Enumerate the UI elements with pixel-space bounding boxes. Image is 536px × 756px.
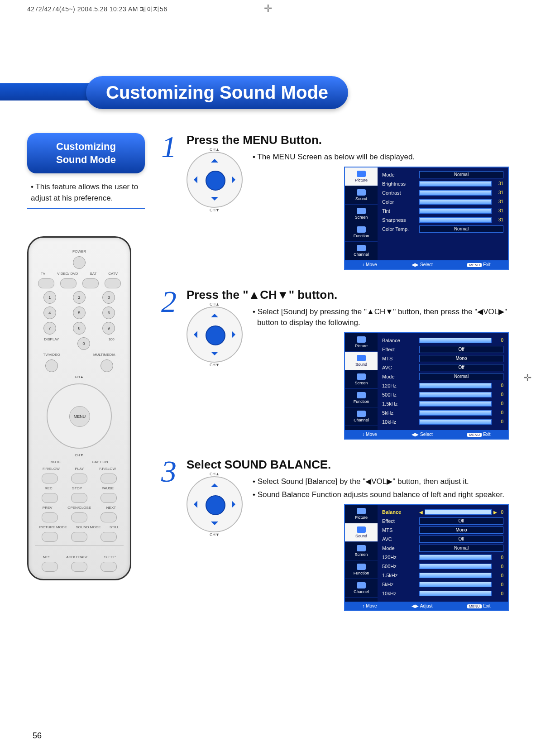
osd-row: 120Hz0 <box>382 553 503 562</box>
osd-row: Balance0 <box>382 336 503 345</box>
osd-row: MTSMono <box>382 526 503 535</box>
osd-footer: ↕ Move◀▶ SelectMENUExit <box>345 430 508 439</box>
osd-tab: Picture <box>345 167 378 186</box>
osd-row: EffectOff <box>382 517 503 526</box>
osd-menu: PictureSoundScreenFunctionChannelBalance… <box>344 504 509 611</box>
step-description: • The MENU Screen as below will be displ… <box>252 152 509 163</box>
crop-mark-top: ✛ <box>264 3 272 14</box>
osd-row: 500Hz0 <box>382 390 503 399</box>
osd-tab: Picture <box>345 333 378 352</box>
dpad-icon: CH▲CH▼ <box>187 306 243 363</box>
osd-row: 5kHz0 <box>382 408 503 417</box>
step-number: 1 <box>158 133 179 270</box>
osd-row: Color Temp.Normal <box>382 225 503 234</box>
osd-row: AVCOff <box>382 535 503 544</box>
osd-tab: Screen <box>345 205 378 223</box>
osd-row: 1.5kHz0 <box>382 399 503 408</box>
page-number: 56 <box>33 731 42 741</box>
osd-footer: ↕ Move◀▶ SelectMENUExit <box>345 260 508 269</box>
instruction-step: 2Press the "▲CH▼" button.CH▲CH▼• Select … <box>158 288 509 440</box>
osd-tab: Channel <box>345 579 378 598</box>
remote-illustration: POWER TV VIDEO/ DVD SAT CATV 123 456 789… <box>27 236 131 580</box>
osd-tab: Channel <box>345 242 378 260</box>
osd-row: EffectOff <box>382 345 503 354</box>
osd-tab: Function <box>345 223 378 242</box>
osd-row: 500Hz0 <box>382 562 503 571</box>
remote-dpad: MENU <box>47 383 112 449</box>
osd-tab: Channel <box>345 407 378 426</box>
osd-tab: Function <box>345 389 378 407</box>
page-title: Customizing Sound Mode <box>86 76 348 109</box>
osd-tab: Sound <box>345 523 378 542</box>
osd-tab: Sound <box>345 352 378 370</box>
osd-tab: Screen <box>345 542 378 560</box>
menu-button-icon: MENU <box>69 406 90 427</box>
step-title: Press the MENU Button. <box>187 133 509 147</box>
osd-row: 10kHz0 <box>382 589 503 598</box>
osd-row: Contrast31 <box>382 188 503 197</box>
osd-row: ModeNormal <box>382 170 503 179</box>
osd-row: 5kHz0 <box>382 580 503 589</box>
power-button-icon <box>73 256 86 269</box>
osd-row: AVCOff <box>382 363 503 372</box>
osd-row: 1.5kHz0 <box>382 571 503 580</box>
osd-row: ModeNormal <box>382 372 503 381</box>
title-banner: Customizing Sound Mode <box>27 70 509 110</box>
osd-row: 120Hz0 <box>382 381 503 390</box>
osd-row: Balance◀▶0 <box>382 507 503 517</box>
instruction-step: 3Select SOUND BALANCE.CH▲CH▼• Select Sou… <box>158 458 509 611</box>
sidebar-note: • This feature allows the user to adjust… <box>27 182 145 209</box>
step-number: 3 <box>158 458 179 611</box>
dpad-icon: CH▲CH▼ <box>187 152 243 208</box>
step-title: Press the "▲CH▼" button. <box>187 288 509 302</box>
osd-footer: ↕ Move◀▶ AdjustMENUExit <box>345 602 508 610</box>
step-description: • Select [Sound] by pressing the "▲CH▼" … <box>252 306 509 329</box>
dpad-icon: CH▲CH▼ <box>187 476 243 532</box>
sidebar-heading: Customizing Sound Mode <box>27 133 145 173</box>
step-description: • Select Sound [Balance] by the "◀VOL▶" … <box>252 476 509 500</box>
osd-tab: Function <box>345 560 378 579</box>
manual-page: 4272/4274(45~) 2004.5.28 10:23 AM 페이지56 … <box>0 0 536 756</box>
osd-row: Sharpness31 <box>382 215 503 225</box>
osd-menu: PictureSoundScreenFunctionChannelBalance… <box>344 332 509 440</box>
crop-mark-right: ✛ <box>523 372 531 384</box>
osd-tab: Picture <box>345 505 378 523</box>
osd-tab: Sound <box>345 186 378 205</box>
osd-row: Color31 <box>382 197 503 206</box>
osd-row: 10kHz0 <box>382 417 503 426</box>
instruction-step: 1Press the MENU Button.CH▲CH▼• The MENU … <box>158 133 509 270</box>
osd-tab: Screen <box>345 370 378 389</box>
osd-menu: PictureSoundScreenFunctionChannelModeNor… <box>344 167 509 270</box>
step-number: 2 <box>158 288 179 440</box>
step-title: Select SOUND BALANCE. <box>187 458 509 472</box>
osd-row: ModeNormal <box>382 544 503 553</box>
osd-row: MTSMono <box>382 354 503 363</box>
osd-row: Tint31 <box>382 206 503 215</box>
osd-row: Brightness31 <box>382 179 503 188</box>
